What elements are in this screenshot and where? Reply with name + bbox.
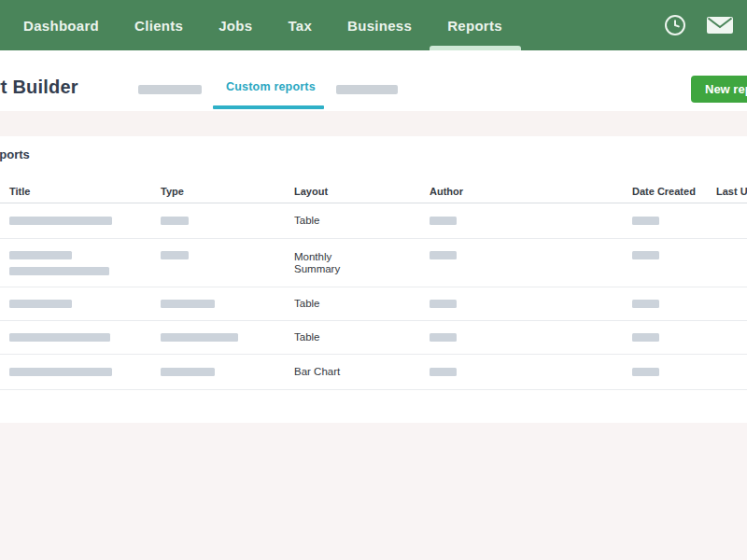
top-nav-bar: Dashboard Clients Jobs Tax Business Repo… — [0, 0, 747, 50]
report-row[interactable]: Table — [0, 203, 747, 239]
column-header-date-created: Date Created — [632, 186, 716, 197]
redacted-title — [9, 333, 110, 342]
redacted-type — [161, 368, 215, 376]
custom-reports-table: Title Type Layout Author Date Created La… — [0, 179, 747, 390]
mail-icon[interactable] — [706, 15, 734, 35]
report-row[interactable]: Table — [0, 321, 747, 355]
new-report-button[interactable]: New report — [691, 76, 747, 103]
column-header-last-updated: Last Updated — [716, 186, 747, 197]
layout-value: Table — [289, 298, 345, 310]
redacted-author — [430, 217, 457, 225]
tab-custom-reports[interactable]: Custom reports — [226, 80, 316, 93]
report-row[interactable]: Table — [0, 287, 747, 321]
column-header-author: Author — [430, 186, 632, 197]
layout-value: Table — [289, 215, 345, 227]
page-background-band — [0, 111, 747, 136]
section-heading: Custom reports — [0, 147, 30, 161]
tab-placeholder-left[interactable] — [138, 85, 202, 94]
nav-item-business[interactable]: Business — [347, 0, 412, 50]
redacted-type — [161, 300, 215, 308]
column-header-layout: Layout — [289, 186, 430, 197]
layout-value: Monthly Summary — [289, 251, 345, 275]
report-row[interactable]: Bar Chart — [0, 355, 747, 390]
redacted-title — [9, 267, 109, 275]
redacted-date-created — [632, 251, 659, 259]
nav-item-dashboard[interactable]: Dashboard — [23, 0, 99, 50]
table-header-row: Title Type Layout Author Date Created La… — [0, 179, 747, 203]
redacted-author — [430, 368, 457, 376]
layout-value: Table — [289, 331, 345, 343]
column-header-title: Title — [9, 186, 161, 197]
layout-value: Bar Chart — [289, 366, 345, 378]
nav-item-tax[interactable]: Tax — [288, 0, 312, 50]
tab-placeholder-right[interactable] — [336, 85, 398, 94]
redacted-type — [161, 217, 189, 225]
app-window: Dashboard Clients Jobs Tax Business Repo… — [0, 0, 747, 560]
report-row[interactable]: Monthly Summary — [0, 239, 747, 287]
redacted-title — [9, 217, 112, 225]
redacted-author — [430, 251, 457, 259]
page-background-bottom — [0, 423, 747, 560]
redacted-author — [430, 300, 457, 308]
nav-item-reports-label: Reports — [447, 18, 502, 34]
redacted-date-created — [632, 217, 659, 225]
nav-item-jobs[interactable]: Jobs — [218, 0, 252, 50]
active-tab-underline — [213, 105, 324, 109]
nav-items: Dashboard Clients Jobs Tax Business Repo… — [23, 0, 502, 50]
redacted-title — [9, 368, 112, 376]
redacted-type — [161, 251, 189, 259]
column-header-type: Type — [161, 186, 289, 197]
nav-item-reports[interactable]: Reports — [447, 0, 502, 50]
redacted-date-created — [632, 300, 659, 308]
redacted-date-created — [632, 368, 659, 376]
nav-icons — [664, 0, 734, 50]
redacted-type — [161, 333, 238, 342]
redacted-date-created — [632, 333, 659, 342]
redacted-title — [9, 300, 72, 308]
redacted-author — [430, 333, 457, 342]
nav-item-clients[interactable]: Clients — [134, 0, 183, 50]
clock-icon[interactable] — [664, 14, 686, 36]
redacted-title — [9, 251, 72, 259]
page-header — [0, 50, 747, 111]
page-title: Report Builder — [0, 77, 78, 98]
